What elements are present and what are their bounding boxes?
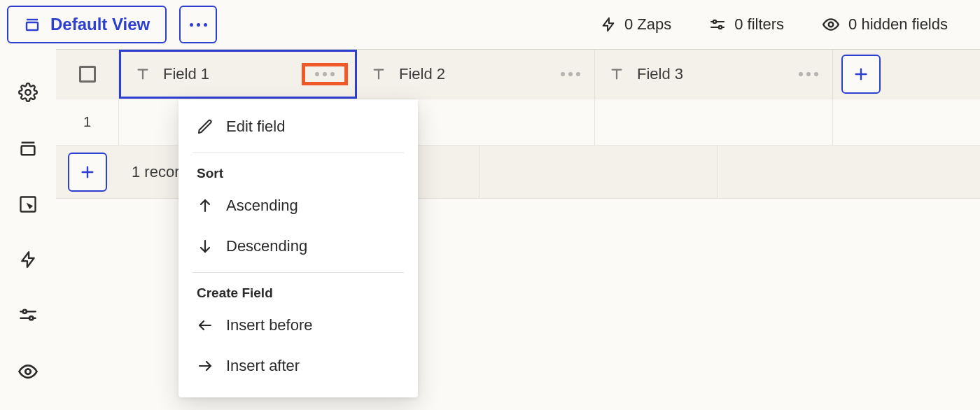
menu-separator [192, 272, 404, 273]
menu-separator [192, 153, 404, 153]
svg-point-17 [25, 369, 31, 374]
filters-rail-button[interactable] [18, 305, 38, 325]
more-horizontal-icon [190, 23, 207, 27]
menu-heading-create-field: Create Field [178, 278, 418, 305]
add-row-button[interactable] [68, 153, 107, 192]
svg-marker-2 [603, 18, 614, 31]
data-cell[interactable] [595, 99, 833, 145]
arrow-down-icon [197, 238, 214, 255]
workspace: Field 1 Field 2 [0, 49, 980, 410]
menu-item-sort-descending[interactable]: Descending [178, 226, 418, 267]
tables-rail-button[interactable] [18, 139, 38, 158]
visibility-rail-button[interactable] [18, 361, 38, 382]
side-rail [0, 49, 56, 410]
svg-point-15 [23, 310, 27, 313]
plus-icon [80, 164, 95, 180]
table-view-icon [24, 16, 41, 33]
filters-stat-label: 0 filters [734, 15, 784, 34]
row-number: 1 [83, 114, 91, 130]
inspect-icon [18, 195, 38, 214]
zaps-stat[interactable]: 0 Zaps [601, 15, 671, 34]
column-menu-button[interactable] [302, 63, 348, 85]
inspect-rail-button[interactable] [18, 195, 38, 214]
svg-point-8 [25, 90, 30, 94]
zaps-rail-button[interactable] [19, 250, 37, 269]
table-icon [18, 139, 38, 158]
column-header-field-3[interactable]: Field 3 [595, 50, 833, 99]
menu-heading-sort: Sort [178, 159, 418, 185]
plus-icon [853, 66, 869, 82]
svg-rect-1 [27, 22, 38, 30]
menu-item-insert-before[interactable]: Insert before [178, 305, 418, 346]
field-context-menu: Edit field Sort Ascending [178, 99, 418, 397]
column-menu-button[interactable] [799, 72, 818, 76]
settings-rail-button[interactable] [18, 83, 38, 102]
column-header-field-2[interactable]: Field 2 [357, 50, 595, 99]
text-type-icon [371, 66, 386, 82]
arrow-right-icon [197, 358, 214, 374]
bolt-icon [601, 17, 616, 32]
menu-item-label: Ascending [226, 197, 298, 215]
eye-icon [18, 361, 38, 382]
svg-point-7 [829, 22, 834, 27]
grid: Field 1 Field 2 [56, 49, 980, 410]
column-menu-button[interactable] [561, 72, 580, 76]
menu-item-sort-ascending[interactable]: Ascending [178, 185, 418, 226]
checkbox-icon [79, 66, 96, 83]
top-toolbar: Default View 0 Zaps 0 filters [0, 0, 980, 49]
pencil-icon [197, 118, 214, 135]
add-column-cell [833, 50, 889, 99]
column-header-field-1[interactable]: Field 1 [119, 50, 357, 99]
menu-item-label: Descending [226, 237, 307, 255]
svg-rect-10 [22, 146, 35, 155]
menu-item-label: Edit field [226, 118, 285, 136]
arrow-up-icon [197, 197, 214, 214]
svg-point-5 [713, 20, 716, 23]
select-all-cell[interactable] [56, 50, 119, 99]
zaps-stat-label: 0 Zaps [624, 15, 671, 34]
arrow-left-icon [197, 317, 214, 334]
menu-item-label: Insert before [226, 316, 313, 334]
view-selector-button[interactable]: Default View [7, 6, 167, 43]
more-horizontal-icon [315, 72, 335, 76]
hidden-fields-stat[interactable]: 0 hidden fields [822, 15, 948, 34]
text-type-icon [135, 66, 150, 82]
add-column-button[interactable] [841, 55, 881, 94]
column-header-label: Field 3 [637, 65, 786, 83]
sliders-icon [18, 305, 38, 325]
column-header-row: Field 1 Field 2 [56, 49, 980, 99]
bolt-icon [19, 250, 37, 269]
eye-icon [822, 15, 840, 34]
row-number-cell: 1 [56, 99, 119, 145]
menu-item-edit-field[interactable]: Edit field [178, 106, 418, 147]
view-more-button[interactable] [179, 6, 217, 43]
svg-marker-12 [22, 252, 34, 267]
text-type-icon [609, 66, 624, 82]
menu-item-label: Insert after [226, 357, 300, 375]
sliders-icon [709, 16, 726, 33]
filters-stat[interactable]: 0 filters [709, 15, 784, 34]
gear-icon [18, 83, 38, 102]
column-header-label: Field 2 [399, 65, 548, 83]
column-header-label: Field 1 [163, 65, 289, 83]
hidden-fields-stat-label: 0 hidden fields [848, 15, 948, 34]
svg-point-6 [719, 26, 722, 29]
menu-item-insert-after[interactable]: Insert after [178, 346, 418, 386]
view-selector-label: Default View [50, 15, 150, 34]
svg-point-16 [29, 316, 33, 320]
